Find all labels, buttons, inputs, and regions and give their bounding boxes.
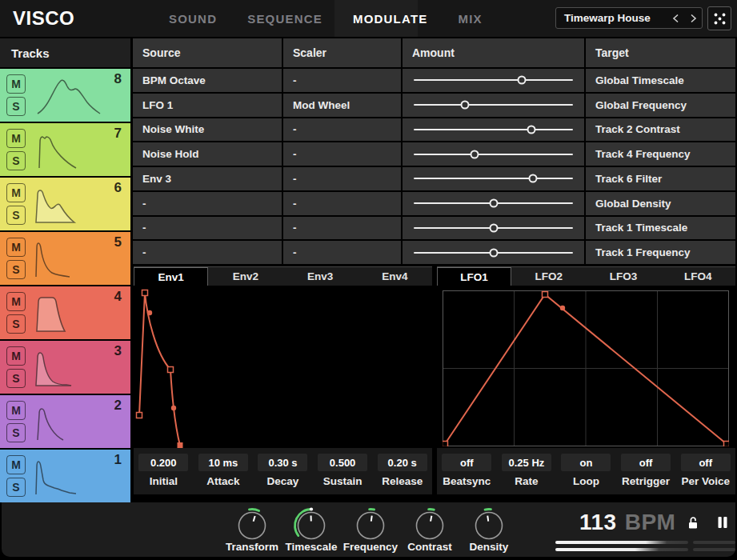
target-select[interactable]: Track 2 Contrast — [586, 118, 735, 142]
amount-slider[interactable] — [414, 69, 573, 92]
release-value[interactable]: 0.20 s — [378, 454, 427, 471]
retrigger-value[interactable]: off — [621, 454, 671, 471]
solo-button[interactable]: S — [6, 260, 26, 279]
mute-button[interactable]: M — [6, 346, 26, 366]
source-select[interactable]: BPM Octave — [133, 69, 282, 92]
amount-slider[interactable] — [414, 167, 573, 190]
bpm-value[interactable]: 113 — [579, 510, 617, 535]
preset-prev-button[interactable] — [667, 8, 684, 28]
amount-slider[interactable] — [414, 192, 573, 215]
mute-button[interactable]: M — [6, 455, 26, 474]
tab-lfo4[interactable]: LFO4 — [661, 267, 735, 286]
initial-value[interactable]: 0.200 — [138, 454, 188, 471]
sustain-value[interactable]: 0.500 — [318, 454, 367, 471]
mute-button[interactable]: M — [6, 292, 26, 311]
slider-handle[interactable] — [489, 248, 498, 257]
solo-button[interactable]: S — [6, 369, 26, 388]
tab-lfo3[interactable]: LFO3 — [587, 267, 661, 286]
scaler-select[interactable]: Mod Wheel — [283, 94, 401, 117]
track-row-7[interactable]: M S 7 — [0, 123, 130, 176]
amount-slider[interactable] — [414, 241, 573, 264]
envelope-graph[interactable] — [134, 286, 432, 448]
mute-button[interactable]: M — [6, 238, 26, 257]
solo-button[interactable]: S — [6, 314, 26, 334]
preset-name[interactable]: Timewarp House — [556, 12, 667, 24]
tab-env1[interactable]: Env1 — [134, 267, 208, 286]
solo-button[interactable]: S — [6, 423, 26, 442]
slider-handle[interactable] — [460, 101, 469, 110]
amount-slider[interactable] — [414, 94, 573, 117]
solo-button[interactable]: S — [6, 478, 26, 497]
pervoice-value[interactable]: off — [681, 454, 731, 471]
source-select[interactable]: - — [133, 192, 282, 215]
preset-next-button[interactable] — [684, 8, 702, 28]
target-select[interactable]: Global Frequency — [586, 94, 735, 117]
env-initial-handle[interactable] — [137, 413, 142, 418]
beatsync-value[interactable]: off — [442, 454, 491, 471]
scaler-select[interactable]: - — [283, 192, 401, 215]
loop-value[interactable]: on — [561, 454, 611, 471]
track-row-1[interactable]: M S 1 — [0, 450, 130, 502]
env-sustain-handle[interactable] — [168, 367, 174, 373]
attack-value[interactable]: 10 ms — [198, 454, 248, 471]
mute-button[interactable]: M — [6, 74, 26, 94]
slider-handle[interactable] — [489, 199, 498, 208]
tab-modulate[interactable]: MODULATE — [353, 12, 427, 26]
track-row-2[interactable]: M S 2 — [0, 395, 130, 448]
track-row-8[interactable]: M S 8 — [0, 69, 130, 122]
source-select[interactable]: Env 3 — [133, 167, 282, 190]
env-release-curve-handle[interactable] — [171, 406, 176, 410]
scaler-select[interactable]: - — [283, 167, 401, 190]
frequency-knob[interactable]: Frequency — [341, 506, 400, 553]
solo-button[interactable]: S — [6, 97, 26, 116]
track-row-3[interactable]: M S 3 — [0, 341, 130, 394]
randomize-button[interactable] — [707, 6, 731, 30]
target-select[interactable]: Track 1 Timescale — [586, 217, 735, 240]
lfo-graph[interactable] — [437, 286, 735, 448]
track-row-4[interactable]: M S 4 — [0, 286, 130, 339]
env-end-handle[interactable] — [178, 442, 183, 448]
amount-slider[interactable] — [414, 142, 573, 166]
source-select[interactable]: Noise White — [133, 118, 282, 142]
target-select[interactable]: Global Timescale — [586, 69, 735, 92]
timescale-knob[interactable]: Timescale — [282, 506, 341, 553]
lfo-end-handle[interactable] — [724, 442, 730, 447]
density-knob[interactable]: Density — [459, 506, 519, 553]
source-select[interactable]: - — [133, 217, 282, 240]
pause-icon[interactable] — [717, 516, 728, 529]
source-select[interactable]: LFO 1 — [133, 94, 282, 117]
slider-handle[interactable] — [518, 76, 527, 85]
tab-env3[interactable]: Env3 — [283, 267, 358, 286]
track-row-5[interactable]: M S 5 — [0, 232, 130, 285]
target-select[interactable]: Track 4 Frequency — [586, 142, 735, 166]
tab-env4[interactable]: Env4 — [358, 267, 432, 286]
rate-value[interactable]: 0.25 Hz — [502, 454, 551, 471]
scaler-select[interactable]: - — [283, 217, 401, 240]
target-select[interactable]: Global Density — [586, 192, 735, 215]
scaler-select[interactable]: - — [283, 142, 401, 166]
tab-sound[interactable]: SOUND — [169, 12, 217, 26]
lfo-slope-curve-handle[interactable] — [560, 306, 565, 310]
track-row-6[interactable]: M S 6 — [0, 178, 130, 230]
tab-mix[interactable]: MIX — [458, 12, 482, 26]
source-select[interactable]: - — [133, 241, 282, 264]
tab-sequence[interactable]: SEQUENCE — [247, 12, 322, 26]
tab-lfo1[interactable]: LFO1 — [437, 267, 511, 286]
scaler-select[interactable]: - — [283, 69, 401, 92]
slider-handle[interactable] — [489, 223, 498, 232]
env-attack-handle[interactable] — [142, 290, 148, 296]
solo-button[interactable]: S — [6, 151, 26, 170]
slider-handle[interactable] — [470, 150, 479, 158]
env-decay-curve-handle[interactable] — [147, 310, 152, 315]
slider-handle[interactable] — [527, 125, 536, 134]
solo-button[interactable]: S — [6, 206, 26, 225]
scaler-select[interactable]: - — [283, 118, 401, 142]
decay-value[interactable]: 0.30 s — [258, 454, 307, 471]
lfo-peak-handle[interactable] — [543, 292, 548, 298]
mute-button[interactable]: M — [6, 183, 26, 202]
transform-knob[interactable]: Transform — [222, 506, 282, 553]
mute-button[interactable]: M — [6, 401, 26, 420]
scaler-select[interactable]: - — [283, 241, 401, 264]
contrast-knob[interactable]: Contrast — [400, 506, 459, 553]
tab-lfo2[interactable]: LFO2 — [511, 267, 586, 286]
